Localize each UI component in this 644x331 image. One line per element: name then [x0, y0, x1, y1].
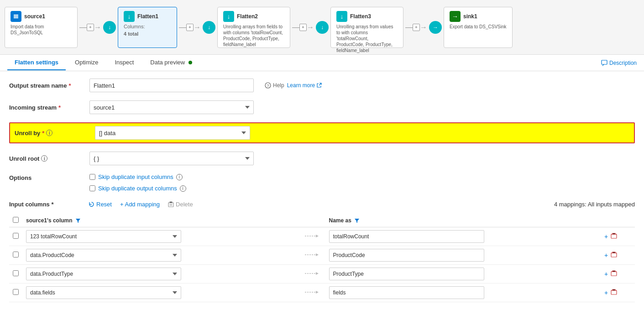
- node-flatten2[interactable]: ↓ Flatten2 Unrolling arrays from fields …: [217, 7, 290, 48]
- arrow-1: — + →: [78, 5, 103, 50]
- col-select-2[interactable]: data.ProductType: [26, 268, 181, 280]
- skip-duplicate-output-checkbox[interactable]: [89, 185, 95, 191]
- svg-rect-15: [611, 272, 617, 276]
- node-flatten2-desc: Unrolling arrays from fields to with col…: [223, 24, 284, 47]
- skip-duplicate-input-label: Skip duplicate input columns: [98, 173, 173, 180]
- name-input-0[interactable]: [329, 230, 484, 243]
- tab-inspect[interactable]: Inspect: [107, 55, 141, 70]
- col-select-1[interactable]: data.ProductCode: [26, 249, 181, 262]
- help-link[interactable]: ? Help: [265, 82, 284, 89]
- col1-filter-icon[interactable]: [75, 218, 81, 223]
- delete-button[interactable]: Delete: [166, 200, 195, 209]
- add-mapping-button[interactable]: + Add mapping: [118, 200, 162, 209]
- tab-optimize[interactable]: Optimize: [68, 55, 105, 70]
- col-select-3[interactable]: data.fields: [26, 286, 181, 299]
- row-checkbox-1[interactable]: [13, 252, 19, 257]
- flatten1-icon: ↓: [124, 11, 135, 22]
- input-columns-label: Input columns *: [9, 201, 82, 208]
- pipeline-node-sink1[interactable]: → sink1 Export data to DS_CSVSink: [444, 5, 513, 50]
- arrow-2: — + →: [177, 5, 203, 50]
- plus-btn-4[interactable]: +: [413, 24, 420, 31]
- description-button[interactable]: Description: [601, 60, 637, 66]
- row-checkbox-3[interactable]: [13, 289, 19, 295]
- incoming-stream-row: Incoming stream * source1: [9, 100, 635, 114]
- input-columns-header: Input columns * Reset + Add mapping Dele…: [9, 200, 635, 209]
- flatten3-icon: ↓: [336, 11, 347, 22]
- svg-rect-0: [602, 60, 607, 64]
- row-checkbox-0[interactable]: [13, 233, 19, 239]
- output-stream-label: Output stream name *: [9, 82, 82, 89]
- unroll-by-info-icon[interactable]: i: [46, 130, 52, 136]
- arrow-4: — + →: [403, 5, 429, 50]
- col2-filter-icon[interactable]: [354, 218, 360, 223]
- node-sink1-desc: Export data to DS_CSVSink: [450, 24, 507, 30]
- node-flatten1-title: Flatten1: [137, 13, 158, 20]
- skip-duplicate-input-checkbox[interactable]: [89, 174, 95, 180]
- learn-more-link[interactable]: Learn more: [287, 82, 322, 89]
- tab-flatten-settings[interactable]: Flatten settings: [7, 55, 66, 70]
- incoming-stream-label: Incoming stream *: [9, 104, 82, 111]
- output-stream-row: Output stream name * ? Help Learn more: [9, 79, 635, 92]
- output-stream-input[interactable]: [89, 79, 254, 92]
- help-icon: ?: [265, 82, 271, 89]
- arrow-cell-3: [298, 284, 325, 302]
- add-row-btn-2[interactable]: +: [604, 270, 608, 278]
- delete-icon: [168, 201, 174, 207]
- del-row-btn-0[interactable]: [611, 233, 617, 241]
- reset-button[interactable]: Reset: [87, 200, 114, 209]
- row-actions-2: +: [604, 270, 631, 278]
- del-row-btn-1[interactable]: [611, 252, 617, 259]
- svg-marker-17: [316, 291, 319, 294]
- arrow-cell-2: [298, 265, 325, 284]
- unroll-root-select[interactable]: { }: [89, 152, 254, 165]
- add-row-btn-0[interactable]: +: [604, 233, 608, 240]
- help-row: ? Help Learn more: [265, 82, 322, 89]
- node-sink1[interactable]: → sink1 Export data to DS_CSVSink: [444, 7, 513, 48]
- flatten2-icon: ↓: [223, 11, 234, 22]
- name-input-3[interactable]: [329, 286, 484, 299]
- tab-data-preview[interactable]: Data preview: [143, 55, 199, 70]
- node-flatten3[interactable]: ↓ Flatten3 Unrolling arrays from values …: [330, 7, 403, 48]
- node-flatten3-title: Flatten3: [350, 13, 371, 20]
- node-flatten1[interactable]: ↓ Flatten1 Columns: 4 total: [118, 7, 177, 48]
- connector-4: →: [429, 21, 442, 34]
- options-label: Options: [9, 173, 82, 181]
- table-row: data.ProductCode +: [9, 246, 635, 265]
- pipeline-bar: source1 Import data from DS_JsonToSQL — …: [0, 0, 644, 55]
- unroll-by-row: Unroll by * i [] data: [9, 122, 635, 143]
- name-input-1[interactable]: [329, 249, 484, 262]
- arrow-3: — + →: [290, 5, 316, 50]
- add-row-btn-3[interactable]: +: [604, 289, 608, 296]
- input-columns-section: Input columns * Reset + Add mapping Dele…: [9, 200, 635, 302]
- skip-duplicate-output-row: Skip duplicate output columns i: [89, 185, 186, 192]
- plus-btn-1[interactable]: +: [87, 24, 94, 31]
- tabs-bar: Flatten settings Optimize Inspect Data p…: [0, 55, 644, 71]
- pipeline-node-flatten3[interactable]: ↓ Flatten3 Unrolling arrays from values …: [330, 5, 403, 50]
- name-input-2[interactable]: [329, 268, 484, 280]
- node-sink1-title: sink1: [463, 13, 477, 20]
- required-star-2: *: [58, 104, 61, 111]
- row-checkbox-2[interactable]: [13, 270, 19, 276]
- pipeline-node-flatten2[interactable]: ↓ Flatten2 Unrolling arrays from fields …: [217, 5, 290, 50]
- svg-rect-18: [611, 290, 617, 294]
- node-flatten1-subtitle: Columns:: [124, 24, 171, 29]
- svg-marker-14: [316, 272, 319, 275]
- select-all-checkbox[interactable]: [13, 217, 19, 223]
- pipeline-node-flatten1[interactable]: ↓ Flatten1 Columns: 4 total: [118, 5, 177, 50]
- del-row-btn-2[interactable]: [611, 270, 617, 278]
- incoming-stream-select[interactable]: source1: [89, 100, 254, 114]
- plus-btn-3[interactable]: +: [299, 24, 307, 31]
- del-row-btn-3[interactable]: [611, 289, 617, 297]
- plus-btn-2[interactable]: +: [186, 24, 194, 31]
- node-source1-desc: Import data from DS_JsonToSQL: [10, 24, 72, 36]
- node-source1[interactable]: source1 Import data from DS_JsonToSQL: [5, 7, 78, 48]
- unroll-root-info-icon[interactable]: i: [41, 155, 47, 162]
- skip-output-info-icon[interactable]: i: [180, 185, 186, 192]
- comment-icon: [601, 60, 607, 66]
- skip-input-info-icon[interactable]: i: [176, 174, 183, 180]
- svg-rect-4: [168, 203, 173, 207]
- pipeline-node-source1[interactable]: source1 Import data from DS_JsonToSQL: [5, 5, 78, 50]
- add-row-btn-1[interactable]: +: [604, 252, 608, 259]
- col-select-0[interactable]: 123 totalRowCount: [26, 230, 181, 243]
- unroll-by-select[interactable]: [] data: [95, 126, 250, 140]
